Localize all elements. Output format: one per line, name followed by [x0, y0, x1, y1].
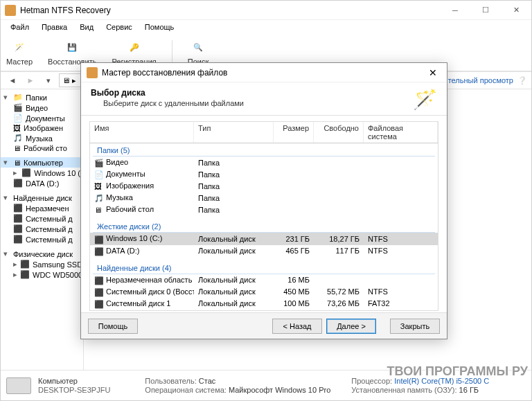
help-button[interactable]: Помощь: [88, 319, 138, 334]
tree-folders[interactable]: ▾📁 Папки: [1, 92, 83, 103]
wand-icon: 🪄: [413, 88, 437, 111]
col-type[interactable]: Тип: [194, 122, 274, 143]
list-row[interactable]: 🎵МузыкаПапка: [90, 192, 438, 204]
tree-item[interactable]: 🖼 Изображен: [1, 123, 83, 133]
minimize-button[interactable]: ─: [440, 1, 470, 20]
col-name[interactable]: Имя: [90, 122, 194, 143]
wand-icon: 🪄: [11, 39, 28, 56]
app-title: Hetman NTFS Recovery: [20, 6, 440, 15]
list-header: Имя Тип Размер Свободно Файловая система: [89, 121, 438, 143]
computer-icon: [6, 377, 31, 394]
dialog-footer: Помощь < Назад Далее > Закрыть: [81, 312, 447, 339]
app-icon: [5, 5, 16, 16]
search-icon: 🔍: [190, 39, 206, 56]
close-dialog-button[interactable]: Закрыть: [390, 319, 440, 334]
dialog-header: Выбор диска Выберите диск с удаленными ф…: [81, 82, 447, 116]
menu-help[interactable]: Помощь: [139, 21, 180, 33]
tree-computer[interactable]: ▾🖥 Компьютер: [1, 157, 83, 168]
dialog-titlebar: Мастер восстановления файлов ✕: [81, 63, 447, 82]
group-header: Жесткие диски (2): [93, 220, 435, 233]
key-icon: 🔑: [126, 39, 143, 56]
tree-item[interactable]: ▸⬛ WDC WD5000: [1, 269, 83, 280]
help-icon[interactable]: ❔: [517, 76, 527, 85]
list-row[interactable]: ⬛Windows 10 (C:)Локальный диск231 ГБ18,2…: [90, 233, 438, 244]
tree-item[interactable]: ⬛ Системный д: [1, 213, 83, 224]
dialog-heading: Выбор диска: [91, 88, 413, 98]
tree-item[interactable]: ⬛ DATA (D:): [1, 178, 83, 188]
register-button[interactable]: 🔑 Регистрация: [112, 39, 157, 66]
dialog-close-button[interactable]: ✕: [425, 66, 441, 80]
list-row[interactable]: ⬛Системный диск 0 (Восстановить)Локальны…: [90, 286, 438, 298]
disk-list: Папки (5)🎬ВидеоПапка📄ДокументыПапка🖼Изоб…: [89, 143, 438, 311]
menu-bar: Файл Правка Вид Сервис Помощь: [1, 20, 531, 34]
list-row[interactable]: ⬛Неразмеченная область 0Локальный диск16…: [90, 274, 438, 286]
menu-service[interactable]: Сервис: [100, 21, 138, 33]
dialog-subtitle: Выберите диск с удаленными файлами: [91, 99, 413, 107]
back-button[interactable]: < Назад: [272, 319, 322, 334]
tree-item[interactable]: ▸⬛ Samsung SSD: [1, 259, 83, 269]
tree-item[interactable]: 📄 Документы: [1, 113, 83, 123]
preview-toggle[interactable]: ительный просмотр: [444, 76, 513, 85]
tree-item[interactable]: ▸⬛ Windows 10 (: [1, 168, 83, 178]
close-button[interactable]: ✕: [501, 1, 531, 20]
col-free[interactable]: Свободно: [314, 122, 364, 143]
menu-edit[interactable]: Правка: [36, 21, 73, 33]
search-button[interactable]: 🔍 Поиск: [188, 39, 209, 66]
list-row[interactable]: 🖥Рабочий столПапка: [90, 204, 438, 215]
next-button[interactable]: Далее >: [326, 319, 376, 334]
tree-found[interactable]: ▾Найденные диск: [1, 193, 83, 203]
wizard-button[interactable]: 🪄 Мастер: [6, 39, 33, 66]
group-header: Найденные диски (4): [93, 261, 435, 274]
tree-item[interactable]: ⬛ Системный д: [1, 224, 83, 234]
title-bar: Hetman NTFS Recovery ─ ☐ ✕: [1, 1, 531, 20]
status-bar: Компьютер DESKTOP-SE3PJFU Пользователь: …: [1, 370, 531, 400]
tree-item[interactable]: ⬛ Неразмечен: [1, 203, 83, 213]
tree-item[interactable]: 🖥 Рабочий сто: [1, 143, 83, 153]
dialog-icon: [87, 67, 98, 78]
group-header: Папки (5): [93, 143, 435, 157]
wizard-dialog: Мастер восстановления файлов ✕ Выбор дис…: [80, 62, 447, 339]
tree-item[interactable]: ⬛ Системный д: [1, 234, 83, 244]
tree-item[interactable]: 🎬 Видео: [1, 103, 83, 113]
col-fs[interactable]: Файловая система: [364, 122, 438, 143]
nav-back[interactable]: ◄: [5, 73, 20, 88]
list-row[interactable]: ⬛Системный диск 1Локальный диск100 МБ73,…: [90, 298, 438, 310]
list-row[interactable]: ⬛DATA (D:)Локальный диск465 ГБ117 ГБNTFS: [90, 245, 438, 257]
save-icon: 💾: [64, 39, 80, 56]
menu-view[interactable]: Вид: [74, 21, 99, 33]
list-row[interactable]: 🖼ИзображенияПапка: [90, 180, 438, 192]
sidebar: ▾📁 Папки 🎬 Видео 📄 Документы 🖼 Изображен…: [1, 89, 84, 370]
tree-item[interactable]: 🎵 Музыка: [1, 133, 83, 143]
separator: [172, 40, 172, 65]
maximize-button[interactable]: ☐: [470, 1, 501, 20]
list-row[interactable]: 📄ДокументыПапка: [90, 168, 438, 180]
tree-physical[interactable]: ▾Физические диск: [1, 249, 83, 259]
menu-file[interactable]: Файл: [5, 21, 35, 33]
col-size[interactable]: Размер: [274, 122, 314, 143]
list-row[interactable]: 🎬ВидеоПапка: [90, 157, 438, 168]
nav-forward[interactable]: ►: [23, 73, 38, 88]
recover-button[interactable]: 💾 Восстановить: [48, 39, 96, 66]
nav-dropdown[interactable]: ▾: [41, 73, 56, 88]
